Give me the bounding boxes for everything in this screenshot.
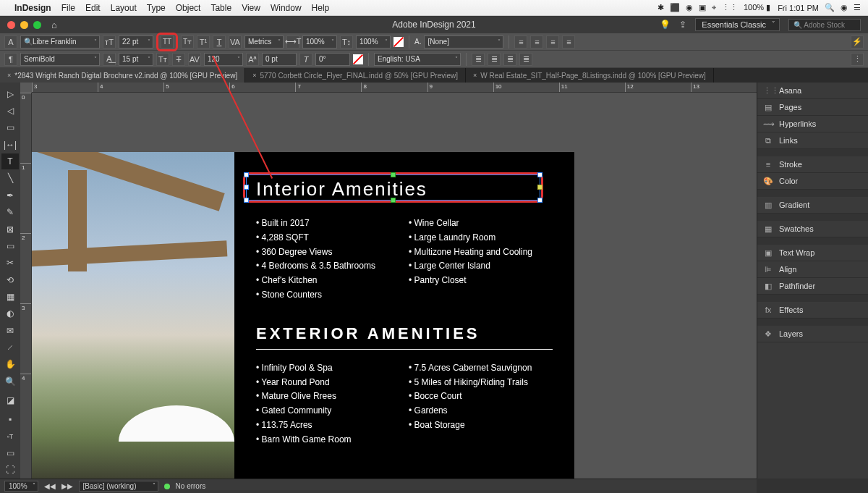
adobe-stock-search[interactable]: 🔍 Adobe Stock xyxy=(788,19,861,31)
font-family-field[interactable]: 🔍 Libre Franklin xyxy=(20,35,100,49)
page-nav-next-icon[interactable]: ▶▶ xyxy=(61,482,73,490)
close-tab-icon[interactable]: × xyxy=(252,72,256,79)
direct-selection-tool[interactable]: ◁ xyxy=(1,103,19,118)
doc-tab-1[interactable]: ×*2843 Wright Ranch Digital Brochure v2.… xyxy=(0,68,245,83)
panel-swatches[interactable]: ▦Swatches xyxy=(757,221,868,237)
share-icon[interactable]: ⇪ xyxy=(679,20,686,30)
panel-hyperlinks[interactable]: ⟿Hyperlinks xyxy=(757,116,868,132)
stroke-swatch[interactable] xyxy=(353,54,363,64)
gradient-feather-tool[interactable]: ◐ xyxy=(1,306,19,321)
character-formatting-icon[interactable]: A xyxy=(4,35,17,49)
rectangle-tool[interactable]: ▭ xyxy=(1,238,19,253)
proof-profile-field[interactable]: [Basic] (working) xyxy=(79,481,158,492)
text-frame-selection[interactable] xyxy=(246,174,540,201)
eyedropper-tool[interactable]: ⟋ xyxy=(1,340,19,355)
panel-pathfinder[interactable]: ◧Pathfinder xyxy=(757,278,868,295)
vert-scale-field[interactable]: 100% xyxy=(356,35,391,49)
close-tab-icon[interactable]: × xyxy=(473,72,477,79)
gradient-swatch-tool[interactable]: ▦ xyxy=(1,289,19,304)
note-tool[interactable]: ✉ xyxy=(1,323,19,338)
zoom-level-field[interactable]: 100% xyxy=(4,481,38,492)
skew-field[interactable]: 0° xyxy=(315,53,350,66)
evernote-icon[interactable]: ✱ xyxy=(658,3,664,12)
justify-button[interactable]: ≡ xyxy=(562,35,575,49)
panel-layers[interactable]: ❖Layers xyxy=(757,326,868,342)
panel-stroke[interactable]: ≡Stroke xyxy=(757,156,868,173)
fullscreen-window-button[interactable] xyxy=(33,21,41,29)
panel-align[interactable]: ⊫Align xyxy=(757,261,868,278)
scissors-tool[interactable]: ✂ xyxy=(1,256,19,271)
horiz-scale-field[interactable]: 100% xyxy=(302,35,337,49)
battery-icon[interactable]: 100% ▮ xyxy=(744,3,770,12)
type-tool[interactable]: T xyxy=(1,153,19,169)
clock[interactable]: Fri 1:01 PM xyxy=(778,4,819,12)
quick-apply-icon[interactable]: ⚡ xyxy=(851,35,864,49)
leading-field[interactable]: 15 pt xyxy=(119,53,153,66)
font-style-field[interactable]: SemiBold xyxy=(20,53,100,66)
pencil-tool[interactable]: ✎ xyxy=(1,205,19,220)
horizontal-ruler[interactable]: 3 4 5 6 7 8 9 10 11 12 13 xyxy=(32,83,757,93)
dropbox-icon[interactable]: ⬛ xyxy=(670,3,680,12)
baseline-shift-field[interactable]: 0 pt xyxy=(262,53,297,66)
apply-color-button[interactable]: ▪ xyxy=(1,412,19,427)
canvas[interactable]: Interior Amenities Built in 2017 4,288 S… xyxy=(32,93,757,479)
language-field[interactable]: English: USA xyxy=(374,53,461,66)
wifi-icon[interactable]: ⋮⋮ xyxy=(722,3,738,12)
selection-tool[interactable]: ▷ xyxy=(1,86,19,101)
free-transform-tool[interactable]: ⟲ xyxy=(1,272,19,287)
page-nav-prev-icon[interactable]: ◀◀ xyxy=(44,482,56,490)
kerning-field[interactable]: Metrics xyxy=(244,35,284,49)
panel-gradient[interactable]: ▥Gradient xyxy=(757,197,868,214)
panel-pages[interactable]: ▤Pages xyxy=(757,99,868,116)
preflight-status-icon[interactable] xyxy=(164,484,170,489)
minimize-window-button[interactable] xyxy=(20,21,28,29)
all-caps-button[interactable]: TT xyxy=(161,35,174,49)
menu-view[interactable]: View xyxy=(242,3,260,13)
character-style-field[interactable]: [None] xyxy=(424,35,503,49)
tracking-field[interactable]: 120 xyxy=(204,53,243,66)
close-window-button[interactable] xyxy=(7,21,15,29)
strikethrough-button[interactable]: T xyxy=(172,53,185,66)
pen-tool[interactable]: ✒ xyxy=(1,187,19,203)
menu-layout[interactable]: Layout xyxy=(111,3,137,13)
spotlight-icon[interactable]: 🔍 xyxy=(825,3,835,12)
underline-button[interactable]: T xyxy=(213,35,226,49)
menu-type[interactable]: Type xyxy=(147,3,166,13)
line-tool[interactable]: ╲ xyxy=(1,171,19,186)
panel-effects[interactable]: fxEffects xyxy=(757,302,868,319)
workspace-switcher[interactable]: Essentials Classic xyxy=(695,18,780,31)
fill-stroke-toggle[interactable]: ◪ xyxy=(1,390,19,410)
panel-menu-icon[interactable]: ⋮ xyxy=(851,53,864,66)
app-menu[interactable]: InDesign xyxy=(14,3,51,13)
paragraph-formatting-icon[interactable]: ¶ xyxy=(4,53,17,66)
home-icon[interactable]: ⌂ xyxy=(51,20,57,30)
align-right-button[interactable]: ≡ xyxy=(546,35,559,49)
justify-all-button[interactable]: ≣ xyxy=(519,53,532,66)
font-size-field[interactable]: 22 pt xyxy=(119,35,153,49)
zoom-tool[interactable]: 🔍 xyxy=(1,374,19,389)
menu-window[interactable]: Window xyxy=(271,3,302,13)
align-center-button[interactable]: ≡ xyxy=(530,35,543,49)
view-mode-button[interactable]: ▭ xyxy=(1,445,19,460)
doc-tab-3[interactable]: ×W Real Estate_SIT_Half-Page_8Listings.i… xyxy=(466,68,714,83)
menu-edit[interactable]: Edit xyxy=(85,3,101,13)
cc-icon[interactable]: ▣ xyxy=(699,3,706,12)
formatting-affects-text[interactable]: ▫T xyxy=(1,429,19,444)
superscript-button[interactable]: T¹ xyxy=(197,35,210,49)
align-left-button[interactable]: ≡ xyxy=(514,35,527,49)
panel-color[interactable]: 🎨Color xyxy=(757,173,868,190)
vertical-ruler[interactable]: 0 1 2 3 4 xyxy=(20,93,32,479)
close-tab-icon[interactable]: × xyxy=(7,72,11,79)
sync-icon[interactable]: ◉ xyxy=(686,3,693,12)
subscript-button[interactable]: Tт xyxy=(156,53,169,66)
hand-tool[interactable]: ✋ xyxy=(1,357,19,372)
justify-all-center-button[interactable]: ≣ xyxy=(488,53,501,66)
panel-links[interactable]: ⧉Links xyxy=(757,132,868,149)
panel-asana[interactable]: ⋮⋮Asana xyxy=(757,83,868,99)
notification-center-icon[interactable]: ☰ xyxy=(854,3,861,12)
fill-swatch[interactable] xyxy=(393,37,404,47)
menu-help[interactable]: Help xyxy=(312,3,330,13)
rectangle-frame-tool[interactable]: ⊠ xyxy=(1,222,19,237)
panel-text-wrap[interactable]: ▣Text Wrap xyxy=(757,245,868,261)
menu-table[interactable]: Table xyxy=(210,3,231,13)
